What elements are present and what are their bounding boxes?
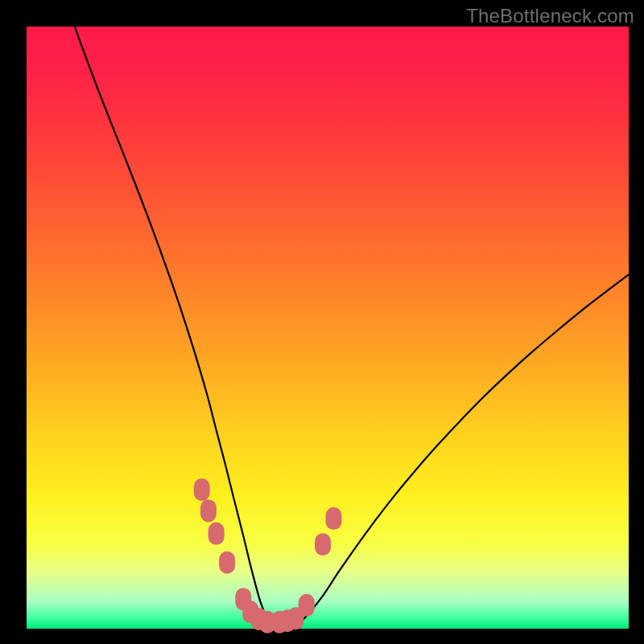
curve-marker [208,522,225,545]
curve-marker [219,551,235,574]
curve-marker [315,533,331,555]
curve-marker [299,594,315,617]
chart-stage: TheBottleneck.com [0,0,644,644]
curve-marker [194,478,210,501]
curve-marker [325,507,341,530]
curve-marker [200,499,217,522]
bottleneck-chart [0,0,644,644]
watermark-text: TheBottleneck.com [466,5,634,27]
